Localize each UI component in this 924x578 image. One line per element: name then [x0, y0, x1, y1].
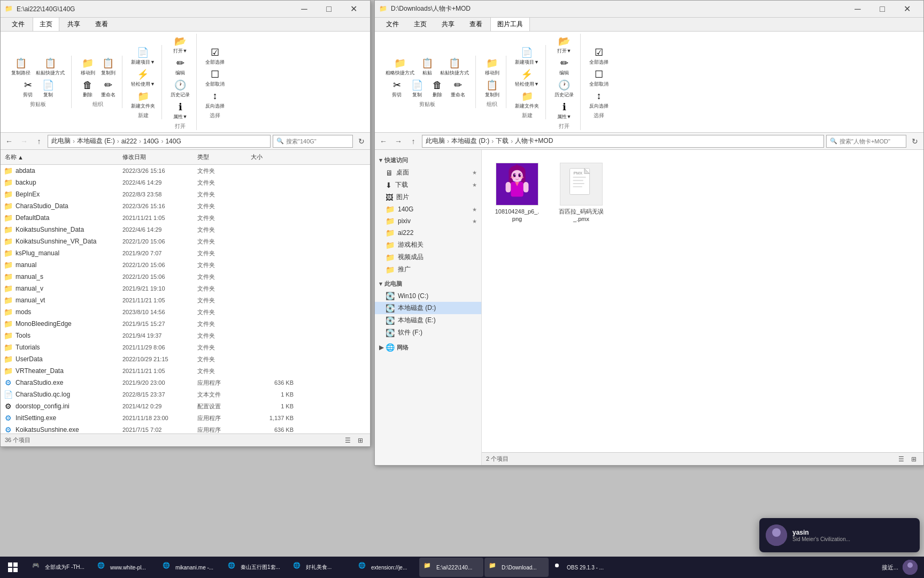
- file-item-16[interactable]: 📁 UserData 2022/10/29 21:15 文件夹: [1, 353, 370, 365]
- right-address-path[interactable]: 此电脑 › 本地磁盘 (D:) › 下载 › 人物卡+MOD: [422, 135, 824, 148]
- right-path-downloads[interactable]: 下载: [496, 136, 509, 146]
- file-item-2[interactable]: 📁 BepInEx 2022/8/3 23:58 文件夹: [1, 188, 370, 200]
- nav-item-pictures[interactable]: 🖼 图片: [375, 191, 481, 203]
- right-close-button[interactable]: ✕: [895, 1, 919, 18]
- right-paste-btn[interactable]: 📋 粘贴: [418, 56, 437, 78]
- right-open-btn[interactable]: 📂 打开▼: [555, 34, 574, 56]
- file-item-17[interactable]: 📁 VRTheater_Data 2021/11/21 1:05 文件夹: [1, 365, 370, 377]
- right-up-btn[interactable]: ↑: [407, 135, 420, 148]
- right-invert-btn[interactable]: ↕ 反向选择: [587, 89, 611, 111]
- left-tab-share[interactable]: 共享: [60, 17, 87, 31]
- right-tab-file[interactable]: 文件: [379, 17, 406, 31]
- left-moveto-btn[interactable]: 📁 移动到: [78, 56, 97, 78]
- left-cut-btn[interactable]: ✂ 剪切: [18, 78, 37, 100]
- taskbar-item-3[interactable]: 🌐 秦山五行图1套...: [224, 558, 288, 577]
- right-path-d[interactable]: 本地磁盘 (D:): [451, 136, 489, 146]
- file-item-4[interactable]: 📁 DefaultData 2021/11/21 1:05 文件夹: [1, 212, 370, 224]
- file-item-15[interactable]: 📁 Tutorials 2021/11/29 8:06 文件夹: [1, 341, 370, 353]
- left-delete-btn[interactable]: 🗑 删除: [78, 78, 97, 100]
- left-minimize-button[interactable]: ─: [292, 1, 317, 18]
- left-copyto-btn[interactable]: 📋 复制到: [98, 56, 118, 78]
- this-pc-expand[interactable]: ▾: [379, 280, 382, 287]
- file-thumb-png[interactable]: 108104248_p6_.png: [490, 158, 544, 227]
- left-select-all-btn[interactable]: ☑ 全部选择: [203, 45, 227, 67]
- taskbar-item-5[interactable]: 🌐 extension://je...: [354, 558, 418, 577]
- left-col-name[interactable]: 名称 ▲: [3, 153, 120, 161]
- left-path-ai222[interactable]: ai222: [121, 138, 137, 145]
- nav-item-video-done[interactable]: 📁 视频成品: [375, 251, 481, 263]
- left-history-btn[interactable]: 🕐 历史记录: [168, 78, 192, 100]
- left-path-e[interactable]: 本地磁盘 (E:): [77, 136, 115, 146]
- file-item-10[interactable]: 📁 manual_v 2021/9/21 19:10 文件夹: [1, 283, 370, 294]
- file-item-1[interactable]: 📁 backup 2022/4/6 14:29 文件夹: [1, 177, 370, 188]
- right-view-grid[interactable]: ⊞: [908, 454, 919, 465]
- left-close-button[interactable]: ✕: [341, 1, 366, 18]
- left-refresh-btn[interactable]: ↻: [355, 135, 368, 148]
- left-address-path[interactable]: 此电脑 › 本地磁盘 (E:) › ai222 › 140G › 140G: [48, 135, 271, 148]
- right-props2-btn[interactable]: ℹ 属性▼: [555, 100, 574, 121]
- taskbar-item-4[interactable]: 🌐 好礼美食...: [289, 558, 353, 577]
- right-tab-view[interactable]: 查看: [463, 17, 489, 31]
- left-easy-access-btn[interactable]: ⚡ 轻松使用▼: [129, 67, 157, 89]
- left-path-140g2[interactable]: 140G: [165, 138, 181, 145]
- left-tab-file[interactable]: 文件: [5, 17, 32, 31]
- left-col-type[interactable]: 类型: [195, 153, 249, 161]
- right-minimize-button[interactable]: ─: [845, 1, 870, 18]
- left-edit-btn[interactable]: ✏ 编辑: [171, 56, 190, 78]
- file-item-3[interactable]: 📁 CharaStudio_Data 2022/3/26 15:16 文件夹: [1, 200, 370, 212]
- taskbar-item-6[interactable]: 📁 E:\ai\222\140...: [419, 558, 483, 577]
- right-tab-share[interactable]: 共享: [435, 17, 461, 31]
- right-tab-picture-tools[interactable]: 图片工具: [490, 17, 530, 31]
- right-paste-shortcut-btn[interactable]: 📋 粘贴快捷方式: [438, 56, 471, 78]
- nav-item-ai222[interactable]: 📁 ai222: [375, 227, 481, 239]
- right-edit2-btn[interactable]: ✏ 编辑: [555, 56, 574, 78]
- right-select-all-btn[interactable]: ☑ 全部选择: [587, 45, 611, 67]
- file-item-6[interactable]: 📁 KoikatsuSunshine_VR_Data 2022/1/20 15:…: [1, 235, 370, 247]
- nav-item-140g[interactable]: 📁 140G ★: [375, 203, 481, 215]
- nav-item-d[interactable]: 💽 本地磁盘 (D:): [375, 302, 481, 314]
- right-refresh-btn[interactable]: ↻: [908, 135, 921, 148]
- nav-item-desktop[interactable]: 🖥 桌面 ★: [375, 166, 481, 179]
- left-deselect-btn[interactable]: ☐ 全部取消: [203, 67, 227, 89]
- file-item-7[interactable]: 📁 ksPlug_manual 2021/9/20 7:07 文件夹: [1, 247, 370, 259]
- left-view-list[interactable]: ☰: [342, 435, 353, 446]
- file-item-0[interactable]: 📁 abdata 2022/3/26 15:16 文件夹: [1, 165, 370, 177]
- left-file-list[interactable]: 📁 abdata 2022/3/26 15:16 文件夹 📁 backup 20…: [1, 165, 370, 434]
- right-maximize-button[interactable]: □: [870, 1, 895, 18]
- file-thumb-pmx[interactable]: PMX 百匹拉_码码无误_.pmx: [555, 158, 608, 227]
- right-search-input[interactable]: [840, 138, 903, 144]
- file-item-18[interactable]: ⚙ CharaStudio.exe 2021/9/20 23:00 应用程序 6…: [1, 377, 370, 389]
- left-paste-shortcut-btn[interactable]: 📋 粘贴快捷方式: [34, 56, 67, 78]
- nav-item-promote[interactable]: 📁 推广: [375, 263, 481, 276]
- left-search-box[interactable]: 🔍: [273, 135, 353, 148]
- left-invert-btn[interactable]: ↕ 反向选择: [203, 89, 227, 111]
- file-item-19[interactable]: 📄 CharaStudio.qc.log 2022/8/15 23:37 文本文…: [1, 389, 370, 400]
- left-col-date[interactable]: 修改日期: [120, 153, 195, 161]
- file-item-5[interactable]: 📁 KoikatsuSunshine_Data 2022/4/6 14:29 文…: [1, 224, 370, 235]
- left-search-input[interactable]: [286, 138, 349, 144]
- right-new-folder-btn[interactable]: 📁 新建文件夹: [513, 89, 541, 111]
- left-open-btn[interactable]: 📂 打开▼: [171, 34, 190, 56]
- right-moveto-btn[interactable]: 📁 移动到: [482, 56, 502, 78]
- nav-item-c[interactable]: 💽 Win10 (C:): [375, 290, 481, 302]
- taskbar-item-1[interactable]: 🌐 www.white-pl...: [93, 558, 157, 577]
- taskbar-item-7[interactable]: 📁 D:\Download...: [484, 558, 549, 577]
- file-item-13[interactable]: 📁 MonoBleedingEdge 2021/9/15 15:27 文件夹: [1, 318, 370, 330]
- taskbar-item-2[interactable]: 🌐 mikanani.me -...: [158, 558, 222, 577]
- taskbar-item-0[interactable]: 🎮 全部成为F -TH...: [28, 558, 92, 577]
- right-delete-btn[interactable]: 🗑 删除: [428, 78, 447, 100]
- start-button[interactable]: [0, 557, 26, 578]
- right-copy-btn[interactable]: 📄 复制: [407, 78, 427, 100]
- left-copy-btn[interactable]: 📄 复制: [38, 78, 58, 100]
- right-path-pc[interactable]: 此电脑: [426, 136, 445, 146]
- left-col-size[interactable]: 大小: [249, 153, 291, 161]
- left-forward-btn[interactable]: →: [18, 135, 30, 148]
- left-view-grid[interactable]: ⊞: [355, 435, 366, 446]
- right-browse-locations-btn[interactable]: 📁 粗略快捷方式: [383, 56, 417, 78]
- left-new-item-btn[interactable]: 📄 新建项目▼: [129, 45, 157, 67]
- taskbar-item-8[interactable]: ⏺ OBS 29.1.3 - ...: [550, 558, 614, 577]
- file-item-22[interactable]: ⚙ KoikatsuSunshine.exe 2021/7/15 7:02 应用…: [1, 424, 370, 434]
- right-forward-btn[interactable]: →: [392, 135, 405, 148]
- left-back-btn[interactable]: ←: [3, 135, 16, 148]
- file-item-14[interactable]: 📁 Tools 2021/9/4 19:37 文件夹: [1, 330, 370, 341]
